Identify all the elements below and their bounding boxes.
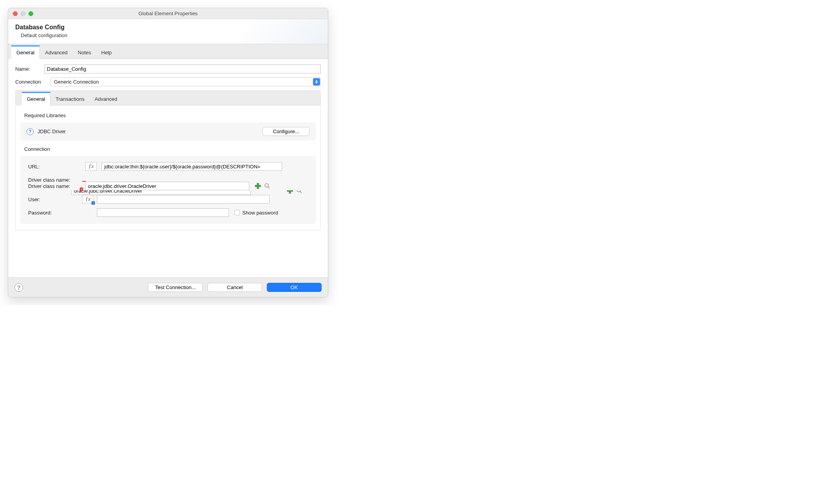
tab-inner-transactions[interactable]: Transactions <box>50 92 89 105</box>
show-password-label: Show password <box>242 210 278 216</box>
connection-fields: URL: ƒx Driver class name: ✕ <box>20 156 316 224</box>
url-label: URL: <box>28 164 83 170</box>
close-icon[interactable] <box>13 11 18 16</box>
ok-button[interactable]: OK <box>267 283 322 292</box>
tab-general[interactable]: General <box>11 45 40 59</box>
password-label: Password: <box>28 210 79 216</box>
content-area: Name: Connection Generic Connection Gene… <box>8 59 328 277</box>
connection-select[interactable]: Generic Connection <box>50 77 321 86</box>
url-row: URL: ƒx <box>28 162 308 171</box>
window-title: Global Element Properties <box>8 11 328 16</box>
user-input[interactable] <box>97 195 270 204</box>
test-connection-button[interactable]: Test Connection... <box>148 283 203 292</box>
cancel-button[interactable]: Cancel <box>207 283 262 292</box>
url-input[interactable] <box>102 162 282 171</box>
error-badge-icon: ✕ <box>80 188 83 191</box>
fx-button-user[interactable]: ƒx i <box>82 195 94 204</box>
page-title: Database Config <box>15 24 321 31</box>
help-icon[interactable]: ? <box>27 128 34 135</box>
driver-class-label-2: Driver class name: <box>28 183 79 189</box>
minimize-icon <box>21 11 25 16</box>
fullscreen-icon[interactable] <box>29 11 33 16</box>
outer-tabbar: General Advanced Notes Help <box>11 45 328 59</box>
jdbc-driver-box: ? JDBC Driver Configure... <box>20 122 316 141</box>
search-icon[interactable] <box>264 183 270 189</box>
tab-inner-general[interactable]: General <box>22 92 50 105</box>
name-row: Name: <box>15 64 321 73</box>
driver-row-fixed: Driver class name: ✕ <box>28 182 308 190</box>
tab-advanced[interactable]: Advanced <box>40 45 73 59</box>
tab-help[interactable]: Help <box>96 45 117 59</box>
tab-notes[interactable]: Notes <box>73 45 96 59</box>
jdbc-driver-label: JDBC Driver <box>38 129 66 134</box>
show-password-toggle[interactable]: Show password <box>232 210 278 216</box>
add-icon[interactable] <box>255 183 261 189</box>
connection-label: Connection <box>15 79 46 85</box>
chevron-updown-icon <box>313 78 320 86</box>
info-badge-icon: i <box>91 201 95 205</box>
connection-section-title: Connection <box>24 146 316 152</box>
checkbox-icon <box>234 210 240 215</box>
user-row: User: ƒx i <box>28 195 308 204</box>
connection-panel: General Transactions Advanced Required L… <box>15 90 321 231</box>
svg-rect-5 <box>255 185 261 187</box>
password-input[interactable] <box>97 208 229 217</box>
name-input[interactable] <box>44 64 321 73</box>
name-label: Name: <box>15 66 40 72</box>
titlebar: Global Element Properties <box>8 8 328 19</box>
svg-line-7 <box>268 187 270 188</box>
window-controls <box>8 11 33 16</box>
required-libs-title: Required Libraries <box>24 113 316 118</box>
user-label: User: <box>28 197 79 202</box>
tab-inner-advanced[interactable]: Advanced <box>89 92 122 105</box>
inner-tabbar: General Transactions Advanced <box>22 92 320 105</box>
svg-point-6 <box>265 184 268 187</box>
dialog-window: Global Element Properties Database Confi… <box>8 8 328 297</box>
svg-line-3 <box>300 191 302 193</box>
dialog-footer: ? Test Connection... Cancel OK <box>8 277 328 297</box>
dialog-header: Database Config Default configuration <box>8 19 328 44</box>
fx-button-url[interactable]: ƒx <box>85 162 97 171</box>
help-icon[interactable]: ? <box>14 283 23 292</box>
configure-button[interactable]: Configure... <box>263 127 309 136</box>
driver-class-input[interactable] <box>85 182 249 190</box>
connection-value: Generic Connection <box>54 79 99 85</box>
page-subtitle: Default configuration <box>15 32 321 38</box>
password-row: Password: Show password <box>28 208 308 217</box>
connection-row: Connection Generic Connection <box>15 77 321 86</box>
